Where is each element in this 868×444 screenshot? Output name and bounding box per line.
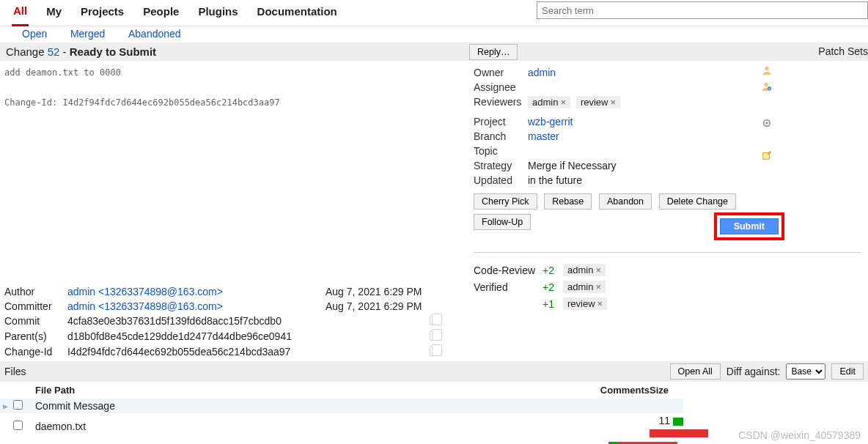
search-input[interactable]	[537, 1, 868, 19]
copy-icon[interactable]	[430, 346, 438, 356]
change-status: Ready to Submit	[70, 45, 156, 58]
topic-value	[528, 145, 868, 157]
open-all-button[interactable]: Open All	[670, 363, 721, 380]
patch-sets-label[interactable]: Patch Sets	[818, 45, 868, 57]
svg-point-0	[765, 67, 768, 70]
nav-plugins[interactable]: Plugins	[196, 2, 239, 25]
committer-link[interactable]: admin <13263374898@163.com>	[67, 300, 223, 312]
nav-all[interactable]: All	[12, 1, 29, 26]
diff-totals: +1, -10	[0, 440, 683, 444]
svg-point-1	[765, 83, 768, 86]
file-row[interactable]: daemon.txt 11	[0, 413, 683, 440]
action-row: Cherry Pick Rebase Abandon Delete Change…	[474, 193, 868, 234]
delete-change-button[interactable]: Delete Change	[659, 193, 736, 210]
diff-against-label: Diff against:	[727, 366, 781, 377]
reviewer-chip: review×	[576, 96, 620, 108]
nav-documentation[interactable]: Documentation	[256, 2, 339, 25]
owner-link[interactable]: admin	[528, 67, 556, 78]
subnav-abandoned[interactable]: Abandoned	[128, 28, 181, 40]
score-chip: admin×	[563, 281, 606, 293]
diff-base-select[interactable]: Base	[786, 363, 825, 380]
project-link[interactable]: wzb-gerrit	[528, 116, 573, 127]
chevron-right-icon: ▸	[3, 400, 13, 412]
person-add-icon[interactable]: +	[761, 81, 773, 92]
score-chip: admin×	[563, 264, 606, 276]
added-bar	[673, 418, 683, 426]
assignee-value	[528, 81, 868, 93]
cherry-pick-button[interactable]: Cherry Pick	[474, 193, 537, 210]
sub-nav: Open Merged Abandoned	[0, 26, 868, 42]
chip-remove-icon[interactable]: ×	[595, 281, 601, 292]
updated-value: in the future	[528, 174, 868, 186]
edit-icon[interactable]	[761, 150, 773, 160]
rebase-button[interactable]: Rebase	[544, 193, 592, 210]
change-header: Change 52 - Ready to Submit Reply… Patch…	[0, 42, 868, 61]
submit-highlight: Submit	[714, 212, 784, 240]
submit-button[interactable]: Submit	[720, 218, 779, 234]
follow-up-button[interactable]: Follow-Up	[474, 214, 531, 230]
svg-point-5	[765, 122, 768, 125]
commit-info: Authoradmin <13263374898@163.com>Aug 7, …	[0, 283, 466, 361]
author-date: Aug 7, 2021 6:29 PM	[326, 284, 427, 299]
chip-remove-icon[interactable]: ×	[595, 264, 601, 275]
person-icon	[761, 65, 773, 75]
branch-link[interactable]: master	[528, 130, 559, 142]
committer-date: Aug 7, 2021 6:29 PM	[326, 299, 427, 314]
copy-icon[interactable]	[430, 315, 438, 325]
review-scores: Code-Review+2admin× Verified+2admin× +1r…	[474, 262, 868, 312]
chip-remove-icon[interactable]: ×	[610, 97, 616, 108]
change-title: Change 52 - Ready to Submit	[6, 45, 156, 58]
search-wrap	[537, 1, 868, 19]
top-nav: All My Projects People Plugins Documenta…	[0, 0, 868, 26]
commit-message: add deamon.txt to 0000 Change-Id: I4d2f9…	[0, 61, 466, 114]
files-bar: Files Open All Diff against: Base Edit	[0, 361, 868, 382]
gear-icon[interactable]	[761, 118, 773, 128]
chip-remove-icon[interactable]: ×	[560, 97, 566, 108]
author-link[interactable]: admin <13263374898@163.com>	[67, 286, 223, 297]
file-checkbox[interactable]	[13, 400, 23, 410]
svg-text:+: +	[768, 86, 770, 90]
commit-hash: 4cfa83e0e3b37631d5f139fd6d8acc15f7cbcdb0	[67, 314, 296, 329]
parent-hash: d18b0fd8e45cde129dde1d2477d44dbe96ce0941	[67, 329, 296, 344]
file-checkbox[interactable]	[13, 421, 23, 430]
reviewer-chip: admin×	[528, 96, 570, 108]
abandon-button[interactable]: Abandon	[599, 193, 652, 210]
reply-button[interactable]: Reply…	[469, 44, 518, 60]
strategy-value: Merge if Necessary	[528, 160, 868, 171]
nav-projects[interactable]: Projects	[79, 2, 125, 25]
removed-bar	[650, 429, 708, 437]
files-table: File Path Comments Size ▸ Commit Message…	[0, 382, 683, 444]
score-chip: review×	[563, 297, 607, 310]
chip-remove-icon[interactable]: ×	[597, 298, 603, 309]
watermark: CSDN @weixin_40579389	[738, 429, 861, 441]
edit-button[interactable]: Edit	[831, 363, 864, 380]
nav-my[interactable]: My	[45, 2, 63, 25]
file-row[interactable]: ▸ Commit Message	[0, 399, 683, 413]
change-number[interactable]: 52	[48, 45, 60, 58]
subnav-merged[interactable]: Merged	[70, 28, 105, 40]
changeid-hash: I4d2f94fdc7d644ec692b055dea56c214bcd3aa9…	[67, 344, 296, 360]
subnav-open[interactable]: Open	[22, 28, 47, 40]
copy-icon[interactable]	[430, 330, 438, 341]
nav-people[interactable]: People	[141, 2, 180, 25]
